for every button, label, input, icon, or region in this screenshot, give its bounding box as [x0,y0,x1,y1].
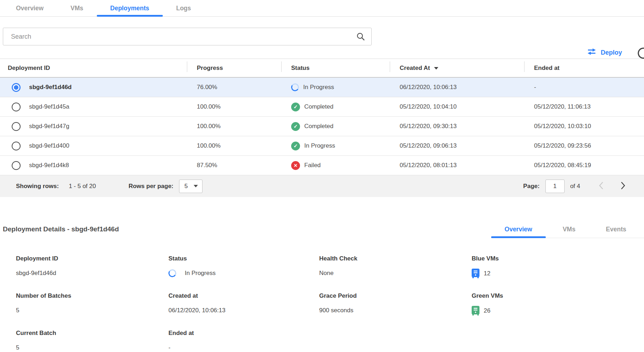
created-at-value: 05/12/2020, 10:04:10 [390,103,524,110]
top-tab-bar: Overview VMs Deployments Logs [0,0,644,17]
progress-value: 87.50% [187,162,281,169]
field-number-of-batches: Number of Batches 5 [16,292,168,315]
progress-value: 76.00% [187,84,281,91]
column-header-created-at[interactable]: Created At [390,59,524,77]
details-tab-bar: Overview VMs Events [491,226,644,238]
table-header-row: Deployment ID Progress Status Created At… [0,59,644,78]
column-header-deployment-id[interactable]: Deployment ID [0,59,187,77]
table-row[interactable]: sbgd-9ef1d4k8 87.50% Failed 05/12/2020, … [0,156,644,175]
row-radio-button[interactable] [12,83,21,92]
showing-rows-value: 1 - 5 of 20 [69,183,96,190]
deployment-id: sbgd-9ef1d400 [29,142,69,149]
ended-at-value: - [524,84,644,91]
ended-at-value: 05/12/2020, 09:23:56 [524,142,644,149]
field-value: - [168,343,319,352]
field-current-batch: Current Batch 5 [16,330,168,352]
tab-deployments[interactable]: Deployments [110,0,149,16]
created-at-value: 05/12/2020, 09:06:13 [390,142,524,149]
deployments-table: Deployment ID Progress Status Created At… [0,59,644,197]
row-radio-button[interactable] [12,142,21,150]
field-green-vms: Green VMs 26 [472,292,644,315]
field-value: In Progress [185,270,216,277]
field-label: Status [168,255,319,262]
chevron-right-icon [621,185,626,191]
field-label: Current Batch [16,330,168,337]
row-radio-button[interactable] [12,161,21,170]
status-label: Completed [304,103,333,110]
field-deployment-id: Deployment ID sbgd-9ef1d46d [16,255,168,278]
status-icon [291,122,300,131]
tab-logs[interactable]: Logs [176,0,191,16]
chevron-left-icon [599,185,603,191]
status-icon [290,83,300,92]
page-total: of 4 [570,183,580,190]
field-label: Health Check [319,255,472,262]
field-value: 12 [484,270,490,277]
deploy-button[interactable]: Deploy [587,48,622,57]
details-fields-grid: Deployment ID sbgd-9ef1d46d Status In Pr… [0,255,644,352]
field-label: Deployment ID [16,255,168,262]
status-label: Failed [304,162,321,169]
progress-value: 100.00% [187,142,281,149]
table-row[interactable]: sbgd-9ef1d47g 100.00% Completed 05/12/20… [0,117,644,136]
deployment-id: sbgd-9ef1d45a [29,103,69,110]
field-value: 900 seconds [319,306,472,315]
column-header-status[interactable]: Status [281,59,390,77]
deployment-details-title: Deployment Details - sbgd-9ef1d46d [3,225,119,238]
status-icon [291,142,300,150]
field-grace-period: Grace Period 900 seconds [319,292,472,315]
column-header-ended-at[interactable]: Ended at [524,59,644,77]
progress-value: 100.00% [187,123,281,130]
created-at-value: 05/12/2020, 08:01:13 [390,162,524,169]
field-value: 06/12/2020, 10:06:13 [168,306,319,315]
column-header-progress[interactable]: Progress [187,59,281,77]
row-radio-button[interactable] [12,122,21,131]
search-wrap [3,28,372,45]
field-value: sbgd-9ef1d46d [16,269,168,278]
status-icon [291,103,300,111]
field-label: Blue VMs [472,255,644,262]
deployment-details-section: Deployment Details - sbgd-9ef1d46d Overv… [0,220,644,352]
rows-per-page-value: 5 [184,183,188,190]
page-input[interactable] [545,180,565,193]
pager: Page: of 4 [523,180,627,193]
status-label: Completed [304,123,333,130]
row-radio-button[interactable] [12,103,21,111]
field-blue-vms: Blue VMs 12 [472,255,644,278]
tab-vms[interactable]: VMs [71,0,83,16]
deploy-button-label: Deploy [601,49,622,56]
status-label: In Progress [304,142,335,149]
next-page-button[interactable] [620,180,627,192]
table-row[interactable]: sbgd-9ef1d45a 100.00% Completed 05/12/20… [0,97,644,117]
deployment-id: sbgd-9ef1d46d [29,84,72,91]
field-label: Grace Period [319,292,472,299]
field-value: 5 [16,306,168,315]
ended-at-value: 05/12/2020, 08:45:19 [524,162,644,169]
field-value: 5 [16,343,168,352]
prev-page-button[interactable] [597,180,605,192]
status-icon [168,269,177,278]
swap-arrows-icon [587,48,596,57]
table-row[interactable]: sbgd-9ef1d46d 76.00% In Progress 06/12/2… [0,78,644,97]
vm-icon [472,306,479,315]
column-header-created-at-label: Created At [400,65,430,72]
field-value: 26 [484,307,490,314]
details-tab-overview[interactable]: Overview [505,226,532,233]
ended-at-value: 05/12/2020, 11:06:13 [524,103,644,110]
field-value: None [319,269,472,278]
pagination-bar: Showing rows: 1 - 5 of 20 Rows per page:… [0,175,644,197]
rows-per-page-label: Rows per page: [128,183,173,190]
field-ended-at: Ended at - [168,330,319,352]
search-input[interactable] [3,28,372,45]
field-health-check: Health Check None [319,255,472,278]
details-tab-events[interactable]: Events [606,226,626,233]
field-created-at: Created at 06/12/2020, 10:06:13 [168,292,319,315]
status-label: In Progress [303,84,334,91]
page-label: Page: [523,183,539,190]
details-tab-vms[interactable]: VMs [563,226,576,233]
table-row[interactable]: sbgd-9ef1d400 100.00% In Progress 05/12/… [0,136,644,156]
tab-overview[interactable]: Overview [16,0,44,16]
field-label: Number of Batches [16,292,168,299]
rows-per-page-select[interactable]: 5 [179,180,202,193]
progress-value: 100.00% [187,103,281,110]
